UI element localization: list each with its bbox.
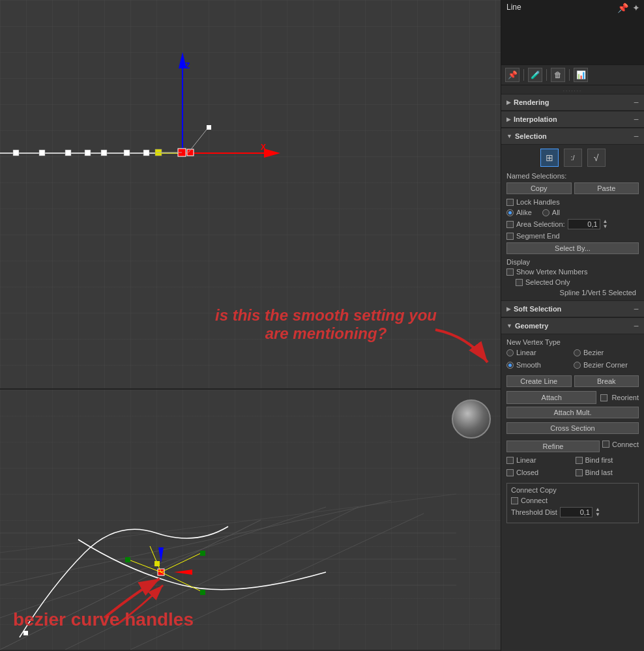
svg-rect-14: [143, 150, 149, 156]
connect-copy-box: Connect Copy Connect Threshold Dist ▲▼: [506, 483, 639, 523]
closed-check-label: Closed: [516, 469, 538, 476]
rendering-minus[interactable]: −: [634, 97, 639, 108]
create-line-button[interactable]: Create Line: [506, 375, 572, 387]
segment-end-row: Segment End: [506, 232, 639, 240]
geometry-minus[interactable]: −: [634, 321, 639, 331]
toolbar-icon-delete[interactable]: 🗑: [551, 68, 565, 82]
area-sel-arrows[interactable]: ▲▼: [603, 219, 608, 229]
svg-rect-11: [85, 150, 91, 156]
threshold-row: Threshold Dist ▲▼: [511, 507, 634, 517]
soft-sel-minus[interactable]: −: [634, 304, 639, 314]
toolbar-sep-3: [569, 69, 570, 81]
smooth-vertex-label: Smooth: [516, 361, 541, 369]
vertex-icon[interactable]: ⊞: [540, 149, 559, 167]
connect-label-1: Connect: [612, 441, 639, 452]
segment-icon[interactable]: √: [587, 149, 606, 167]
section-rendering[interactable]: ▶ Rendering −: [501, 94, 644, 111]
interpolation-minus[interactable]: −: [634, 114, 639, 124]
panel-thumbnail: Line 📌 ✦: [501, 0, 644, 65]
smooth-vertex-radio[interactable]: [506, 362, 514, 369]
closed-check[interactable]: [506, 469, 514, 476]
segment-end-label: Segment End: [516, 232, 560, 240]
area-sel-input[interactable]: [568, 219, 600, 229]
lock-handles-check[interactable]: [506, 199, 514, 206]
toolbar-icon-test[interactable]: 🧪: [528, 68, 542, 82]
annotation-text-top: is this the smooth setting you are menti…: [202, 306, 450, 343]
bezier-corner-vertex-row: Bezier Corner: [574, 361, 639, 369]
dots-divider: .......: [501, 85, 644, 94]
smooth-vertex-row: Smooth: [506, 361, 572, 369]
toolbar-icon-chart[interactable]: 📊: [574, 68, 588, 82]
segment-end-check[interactable]: [506, 233, 514, 240]
select-by-row: Select By...: [506, 242, 639, 254]
refine-connect-row: Refine Connect: [506, 441, 639, 452]
geometry-arrow: ▼: [506, 323, 512, 329]
bezier-vertex-label: Bezier: [583, 349, 604, 356]
reorient-check[interactable]: [600, 394, 607, 401]
svg-rect-12: [101, 150, 107, 156]
show-vertex-check[interactable]: [506, 268, 514, 276]
toolbar-icon-pin[interactable]: 📌: [505, 68, 520, 82]
connect-copy-check-row: Connect: [511, 497, 634, 504]
all-radio[interactable]: [542, 209, 549, 216]
refine-button[interactable]: Refine: [506, 441, 600, 452]
copy-button[interactable]: Copy: [506, 182, 572, 194]
reorient-label: Reorient: [611, 394, 639, 401]
cross-section-button[interactable]: Cross Section: [506, 422, 639, 434]
right-panel: Line 📌 ✦ 📌 🧪 🗑 📊 ....... ▶ Rendering − ▶…: [501, 0, 644, 651]
svg-rect-20: [207, 125, 211, 130]
connect-copy-check[interactable]: [511, 497, 518, 504]
named-sel-label: Named Selections:: [506, 172, 639, 180]
linear-check[interactable]: [506, 457, 514, 464]
section-interpolation[interactable]: ▶ Interpolation −: [501, 111, 644, 128]
connect-check[interactable]: [602, 441, 609, 448]
svg-rect-10: [65, 150, 71, 156]
view-cube-icon[interactable]: [452, 399, 491, 439]
break-button[interactable]: Break: [574, 375, 639, 387]
closed-check-row: Closed: [506, 469, 570, 476]
svg-line-23: [0, 507, 326, 618]
area-sel-check[interactable]: [506, 221, 514, 228]
viewport-top[interactable]: Z X is this the sm: [0, 0, 501, 390]
section-selection[interactable]: ▼ Selection −: [501, 128, 644, 145]
spline-info: Spline 1/Vert 5 Selected: [506, 289, 639, 297]
attach-row: Attach Reorient: [506, 391, 639, 404]
show-vertex-label: Show Vertex Numbers: [516, 268, 587, 276]
threshold-arrows[interactable]: ▲▼: [595, 507, 600, 517]
toolbar-sep-1: [523, 69, 524, 81]
toolbar-sep-2: [546, 69, 547, 81]
bind-first-check[interactable]: [576, 457, 583, 464]
select-by-button[interactable]: Select By...: [506, 242, 639, 254]
linear-vertex-radio[interactable]: [506, 349, 514, 356]
selected-only-check[interactable]: [516, 279, 523, 286]
selection-minus[interactable]: −: [634, 131, 639, 141]
linear-vertex-row: Linear: [506, 349, 572, 356]
paste-button[interactable]: Paste: [574, 182, 639, 194]
svg-rect-41: [154, 561, 160, 566]
svg-marker-40: [174, 570, 192, 575]
selection-arrow: ▼: [506, 133, 512, 139]
svg-marker-6: [264, 149, 280, 158]
alike-radio[interactable]: [506, 209, 514, 216]
svg-rect-13: [124, 150, 130, 156]
section-soft-selection[interactable]: ▶ Soft Selection −: [501, 300, 644, 317]
spline-icon[interactable]: :/: [564, 149, 582, 167]
expand-icon[interactable]: ✦: [632, 3, 640, 13]
selection-body: ⊞ :/ √ Named Selections: Copy Paste Lock…: [501, 145, 644, 300]
bezier-vertex-radio[interactable]: [574, 349, 581, 356]
viewport-bottom[interactable]: bezier curve handles: [0, 390, 501, 650]
bezier-corner-radio[interactable]: [574, 362, 581, 369]
attach-mult-button[interactable]: Attach Mult.: [506, 407, 639, 418]
named-sel-btn-row: Copy Paste: [506, 182, 639, 194]
selected-only-row: Selected Only: [506, 278, 639, 286]
soft-sel-title: Soft Selection: [514, 305, 561, 313]
rendering-arrow: ▶: [506, 99, 511, 106]
section-geometry[interactable]: ▼ Geometry −: [501, 317, 644, 334]
threshold-input[interactable]: [560, 507, 593, 517]
alike-label: Alike: [516, 209, 532, 216]
bind-last-check[interactable]: [576, 469, 583, 476]
attach-button[interactable]: Attach: [506, 391, 596, 404]
pin-icon[interactable]: 📌: [617, 3, 628, 13]
svg-line-27: [0, 494, 456, 553]
bind-last-row: Bind last: [576, 469, 639, 476]
